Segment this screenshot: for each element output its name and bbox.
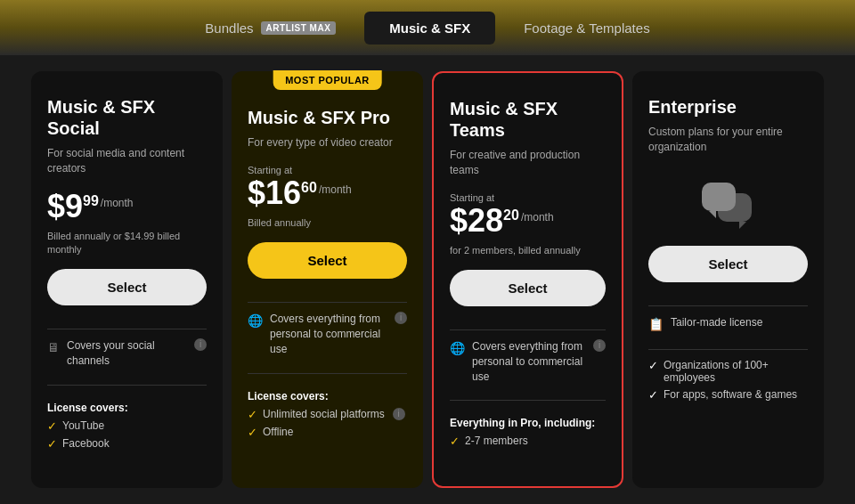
card-pro-starting: Starting at xyxy=(248,165,407,175)
info-icon-teams[interactable]: i xyxy=(593,339,606,352)
globe-icon-pro: 🌐 xyxy=(248,313,263,330)
card-social-section: License covers: xyxy=(47,402,207,414)
bubble-1 xyxy=(702,183,736,211)
divider-5 xyxy=(450,329,606,330)
check-unlimited: ✓ Unlimited social platforms i xyxy=(248,408,407,421)
check-label-5: 2-7 members xyxy=(465,435,528,447)
check-label-4: Offline xyxy=(263,426,293,438)
divider-4 xyxy=(248,373,407,374)
most-popular-badge: MOST POPULAR xyxy=(273,70,382,90)
card-social-dollar: $9 xyxy=(47,191,83,223)
card-teams-feature: 🌐 Covers everything from personal to com… xyxy=(450,339,606,384)
check-icon-1: ✓ xyxy=(47,419,57,433)
card-enterprise-feature-text: Tailor-made license xyxy=(671,315,762,330)
tab-bundles-label: Bundles xyxy=(205,20,253,36)
card-teams-select[interactable]: Select xyxy=(450,270,606,306)
check-label-2: Facebook xyxy=(62,437,110,450)
tab-bundles[interactable]: Bundles ARTLIST MAX xyxy=(180,12,361,45)
check-orgs: ✓ Organizations of 100+ employees xyxy=(648,359,808,384)
card-enterprise-select[interactable]: Select xyxy=(648,246,808,282)
check-label-1: YouTube xyxy=(62,419,104,432)
tab-footage[interactable]: Footage & Templates xyxy=(499,12,674,45)
header: Bundles ARTLIST MAX Music & SFX Footage … xyxy=(0,0,855,55)
card-pro: MOST POPULAR Music & SFX Pro For every t… xyxy=(232,71,423,488)
check-label-6: Organizations of 100+ employees xyxy=(664,359,808,384)
info-icon-social[interactable]: i xyxy=(194,338,207,351)
card-social-cents: 99 xyxy=(83,194,99,208)
card-pro-section: License covers: xyxy=(248,390,407,402)
check-youtube: ✓ YouTube xyxy=(47,419,207,433)
card-social-price: $9 99 /month xyxy=(47,191,207,223)
card-pro-subtitle: For every type of video creator xyxy=(248,135,407,150)
card-social-feature-text: Covers your social channels xyxy=(67,338,184,369)
tab-footage-label: Footage & Templates xyxy=(524,20,649,36)
divider-8 xyxy=(648,349,808,350)
card-pro-price: Starting at $16 60 /month xyxy=(248,165,407,209)
check-icon-7: ✓ xyxy=(648,388,658,402)
check-offline: ✓ Offline xyxy=(248,426,407,439)
check-members: ✓ 2-7 members xyxy=(450,435,606,448)
card-teams-dollar: $28 xyxy=(450,205,503,237)
tab-music-sfx[interactable]: Music & SFX xyxy=(364,12,495,45)
check-icon-5: ✓ xyxy=(450,435,460,448)
check-label-7: For apps, software & games xyxy=(664,388,797,401)
card-teams-section: Everything in Pro, including: xyxy=(450,417,606,429)
pricing-section: Music & SFX Social For social media and … xyxy=(0,55,855,504)
check-icon-6: ✓ xyxy=(648,359,658,372)
card-enterprise-title: Enterprise xyxy=(648,96,808,118)
card-social-select[interactable]: Select xyxy=(47,269,207,305)
info-icon-pro[interactable]: i xyxy=(395,312,407,324)
monitor-icon: 🖥 xyxy=(47,339,60,357)
card-pro-title: Music & SFX Pro xyxy=(248,107,407,128)
card-teams-starting: Starting at xyxy=(450,192,606,203)
card-enterprise: Enterprise Custom plans for your entire … xyxy=(632,71,824,488)
card-pro-note: Billed annually xyxy=(248,216,407,230)
card-teams-note: for 2 members, billed annually xyxy=(450,244,606,257)
card-teams-title: Music & SFX Teams xyxy=(450,98,606,141)
card-pro-select[interactable]: Select xyxy=(248,242,407,279)
card-pro-feature-text: Covers everything from personal to comme… xyxy=(270,312,385,356)
card-pro-feature: 🌐 Covers everything from personal to com… xyxy=(248,312,407,356)
card-social-subtitle: For social media and content creators xyxy=(47,146,207,176)
card-enterprise-subtitle: Custom plans for your entire organizatio… xyxy=(648,125,808,155)
card-social-note: Billed annually or $14.99 billed monthly xyxy=(47,230,207,257)
divider-3 xyxy=(248,302,407,303)
tab-bundles-badge: ARTLIST MAX xyxy=(261,21,337,35)
card-teams: Music & SFX Teams For creative and produ… xyxy=(432,71,623,488)
card-social: Music & SFX Social For social media and … xyxy=(31,71,223,488)
card-teams-subtitle: For creative and production teams xyxy=(450,148,606,178)
check-apps: ✓ For apps, software & games xyxy=(648,388,808,402)
divider-2 xyxy=(47,385,207,386)
card-pro-cents: 60 xyxy=(301,181,317,195)
check-icon-3: ✓ xyxy=(248,408,257,421)
check-icon-4: ✓ xyxy=(248,426,257,439)
enterprise-icon xyxy=(697,178,760,232)
check-facebook: ✓ Facebook xyxy=(47,437,207,451)
card-teams-feature-text: Covers everything from personal to comme… xyxy=(472,339,583,384)
card-teams-period: /month xyxy=(521,212,554,223)
card-pro-dollar: $16 xyxy=(248,177,301,209)
card-social-title: Music & SFX Social xyxy=(47,96,207,139)
card-enterprise-feature: 📋 Tailor-made license xyxy=(648,315,808,334)
tab-music-sfx-label: Music & SFX xyxy=(389,20,470,36)
tablet-icon: 📋 xyxy=(648,316,664,334)
card-pro-period: /month xyxy=(319,184,352,195)
info-icon-unlimited[interactable]: i xyxy=(393,408,405,420)
globe-icon-teams: 🌐 xyxy=(450,340,465,358)
divider-7 xyxy=(648,305,808,306)
card-social-feature: 🖥 Covers your social channels i xyxy=(47,338,207,369)
card-teams-cents: 20 xyxy=(503,208,519,223)
speech-bubbles-graphic xyxy=(702,183,755,227)
tab-nav: Bundles ARTLIST MAX Music & SFX Footage … xyxy=(180,12,674,45)
divider-6 xyxy=(450,400,606,401)
card-teams-price: Starting at $28 20 /month xyxy=(450,192,606,237)
check-icon-2: ✓ xyxy=(47,437,57,451)
card-social-period: /month xyxy=(101,198,134,208)
divider-1 xyxy=(47,329,207,329)
check-label-3: Unlimited social platforms xyxy=(263,408,385,420)
